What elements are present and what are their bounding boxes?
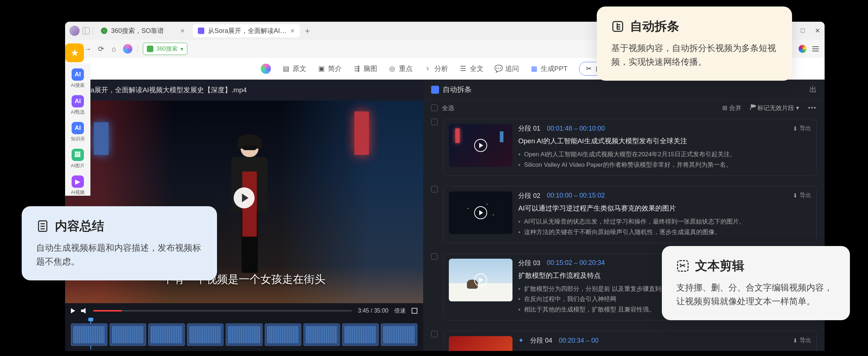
play-icon[interactable]	[474, 206, 487, 219]
segment-export-button[interactable]: ⬇ 导出	[793, 337, 811, 344]
segment-card[interactable]: 分段 02 00:10:00 – 00:15:02 ⬇ 导出 AI可以通过学习逆…	[443, 186, 817, 243]
export-all-button[interactable]: 出	[809, 85, 817, 94]
sidebar-item-ai-select[interactable]: AIAI甄选	[71, 95, 85, 115]
theme-icon[interactable]	[799, 45, 807, 53]
tool-analysis[interactable]: ♀分析	[424, 64, 448, 73]
play-icon[interactable]	[474, 274, 487, 287]
close-icon[interactable]: ✕	[290, 27, 295, 34]
segment-card[interactable]: ✦ 分段 04 00:20:34 – 00 ⬇ 导出	[443, 331, 817, 351]
segment-export-button[interactable]: ⬇ 导出	[793, 192, 811, 199]
ai-select-icon: AI	[72, 95, 84, 107]
close-window-icon[interactable]: ✕	[815, 27, 820, 35]
play-button-icon[interactable]	[234, 187, 255, 208]
segment-thumbnail[interactable]	[449, 336, 512, 351]
play-icon[interactable]	[71, 308, 75, 313]
maximize-icon[interactable]: □	[801, 27, 805, 35]
new-tab-button[interactable]: ＋	[303, 26, 312, 35]
segment-checkbox[interactable]	[431, 253, 438, 260]
search-engine-selector[interactable]: 360搜索 ▾	[143, 43, 187, 55]
segment-title: Open AI的人工智能AI生成式视频大模型发布引全球关注	[518, 136, 811, 146]
segment-number: 分段 03	[518, 259, 540, 267]
sparkle-icon: ✦	[518, 336, 524, 344]
sidebar-item-ai-search[interactable]: AIAI搜索	[71, 68, 85, 89]
timeline[interactable]	[65, 318, 423, 351]
timeline-clip[interactable]	[381, 323, 417, 346]
tool-keypoints[interactable]: ◎重点	[389, 64, 413, 73]
segment-timerange[interactable]: 00:01:48 – 00:10:00	[547, 125, 605, 132]
tool-original[interactable]: ▤原文	[282, 64, 306, 73]
segments-title: 自动拆条	[443, 85, 472, 94]
segment-title: AI可以通过学习逆过程产生类似马赛克的效果的图片	[518, 204, 811, 213]
document-icon: ▤	[282, 65, 290, 72]
sidebar-item-ai-video[interactable]: ▶AI视频	[71, 175, 85, 196]
timeline-clip[interactable]	[226, 323, 262, 346]
segment-thumbnail[interactable]	[449, 259, 512, 301]
browser-tab-1[interactable]: 360搜索，SO靠谱 ✕	[96, 24, 190, 37]
menu-icon[interactable]	[812, 46, 819, 51]
callout-description: 基于视频内容，自动拆分长视频为多条短视频，实现快速网络传播。	[611, 41, 778, 69]
reload-icon[interactable]: ⟳	[97, 45, 105, 53]
segment-checkbox[interactable]	[431, 186, 438, 192]
callout-description: 自动生成视频标题和内容描述，发布视频标题不焦虑。	[36, 241, 203, 269]
segment-export-button[interactable]: ⬇ 导出	[793, 125, 811, 132]
timeline-clip[interactable]	[342, 323, 379, 346]
chevron-down-icon: ▾	[180, 46, 183, 52]
tool-ppt[interactable]: ▦生成PPT	[531, 64, 568, 73]
segments-toolbar: 全选 ⊞ 合并 标记无效片段 ▾ •••	[423, 100, 825, 116]
segments-header: 自动拆条 出	[423, 80, 825, 100]
mindmap-icon: ⇶	[353, 65, 361, 72]
divider	[137, 45, 138, 53]
fullscreen-icon[interactable]	[412, 308, 417, 314]
segment-checkbox[interactable]	[431, 119, 438, 125]
select-all-label[interactable]: 全选	[442, 104, 454, 112]
segment-card[interactable]: 分段 01 00:01:48 – 00:10:00 ⬇ 导出 Open AI的人…	[443, 119, 817, 176]
tool-summary[interactable]: ▣简介	[318, 64, 342, 73]
text-edit-icon	[676, 259, 689, 272]
segment-number: 分段 01	[518, 124, 540, 133]
tab-label: 从Sora展开，全面解读AI…	[208, 26, 286, 35]
split-icon	[611, 20, 624, 33]
sidebar-item-ai-image[interactable]: 🖼AI图片	[71, 149, 85, 169]
segment-thumbnail[interactable]	[449, 191, 512, 234]
video-controls: 3:45 / 35:00 倍速	[65, 303, 423, 318]
segment-number: 分段 02	[518, 191, 540, 200]
flag-icon	[750, 104, 756, 110]
search-engine-label: 360搜索	[156, 45, 178, 53]
segment-timerange[interactable]: 00:15:02 – 00:20:34	[547, 259, 605, 267]
browser-tab-2[interactable]: 从Sora展开，全面解读AI… ✕	[193, 24, 300, 37]
segment-thumbnail[interactable]	[449, 124, 512, 167]
timeline-clip[interactable]	[110, 323, 146, 346]
sidebar-item-knowledge[interactable]: AI知识库	[71, 122, 85, 142]
merge-button[interactable]: ⊞ 合并	[722, 104, 741, 112]
search-360-icon	[147, 46, 153, 52]
timeline-clip[interactable]	[148, 323, 185, 346]
segment-timerange[interactable]: 00:10:00 – 00:15:02	[547, 192, 605, 199]
speed-button[interactable]: 倍速	[394, 307, 406, 315]
time-display: 3:45 / 35:00	[358, 308, 388, 314]
play-icon[interactable]	[474, 139, 487, 152]
favicon-video-icon	[198, 27, 204, 34]
tool-mindmap[interactable]: ⇶脑图	[353, 64, 377, 73]
tool-ask[interactable]: 💬追问	[495, 64, 519, 73]
segment-bullets: AI可以从无噪音的状态出发，经过学习和操作，最终得到一张原始状态下的图片。 这种…	[518, 217, 811, 238]
timeline-clip[interactable]	[187, 323, 224, 346]
home-icon[interactable]: ⌂	[110, 45, 118, 53]
select-all-checkbox[interactable]	[431, 105, 438, 111]
forward-icon[interactable]: →	[84, 45, 92, 53]
timeline-clip[interactable]	[71, 323, 107, 346]
mark-invalid-button[interactable]: 标记无效片段 ▾	[750, 104, 799, 112]
more-icon[interactable]: •••	[808, 104, 817, 111]
volume-icon[interactable]	[81, 308, 88, 314]
summary-icon: ▣	[318, 65, 325, 72]
sidebar-toggle-icon[interactable]	[82, 27, 90, 34]
timeline-clip[interactable]	[265, 323, 301, 346]
segment-timerange[interactable]: 00:20:34 – 00	[559, 337, 599, 344]
segment-checkbox[interactable]	[431, 331, 438, 337]
favorites-button[interactable]: ★	[65, 43, 84, 62]
close-icon[interactable]: ✕	[180, 27, 185, 34]
timeline-clip[interactable]	[303, 323, 340, 346]
progress-bar[interactable]	[93, 310, 352, 312]
user-avatar[interactable]	[69, 26, 80, 36]
ai-logo-icon[interactable]	[123, 44, 132, 54]
tool-fulltext[interactable]: ☰全文	[460, 64, 484, 73]
